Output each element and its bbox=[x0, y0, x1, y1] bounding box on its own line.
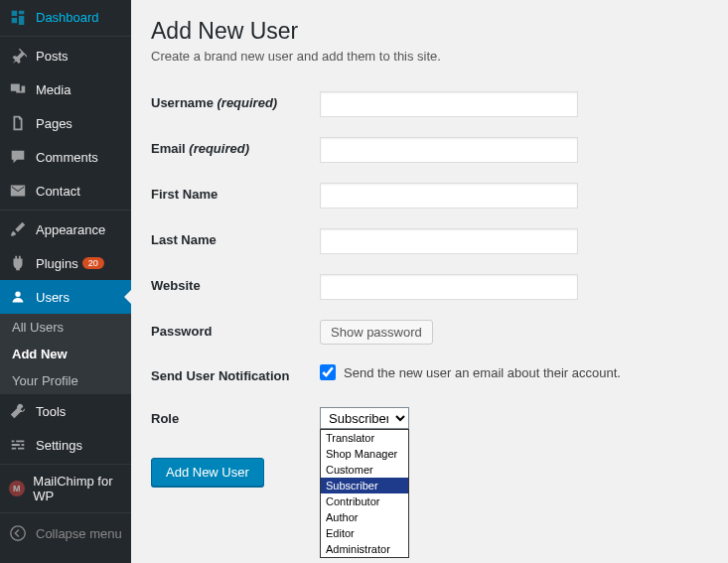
menu-label: Tools bbox=[36, 404, 66, 419]
page-title: Add New User bbox=[151, 18, 708, 45]
sidebar-item-plugins[interactable]: Plugins 20 bbox=[0, 246, 131, 280]
role-option-editor[interactable]: Editor bbox=[321, 525, 408, 541]
comments-icon bbox=[8, 147, 28, 167]
mailchimp-icon: M bbox=[8, 479, 25, 498]
wrench-icon bbox=[8, 401, 28, 421]
email-label: Email (required) bbox=[151, 127, 320, 173]
menu-label: Users bbox=[36, 290, 70, 305]
main-content: Add New User Create a brand new user and… bbox=[131, 0, 728, 563]
sidebar-item-users[interactable]: Users bbox=[0, 280, 131, 314]
email-input[interactable] bbox=[320, 137, 578, 163]
role-dropdown-list: Translator Shop Manager Customer Subscri… bbox=[320, 429, 409, 558]
plugin-icon bbox=[8, 253, 28, 273]
website-label: Website bbox=[151, 264, 320, 310]
sidebar-item-media[interactable]: Media bbox=[0, 72, 131, 106]
sidebar-item-dashboard[interactable]: Dashboard bbox=[0, 0, 131, 34]
role-option-author[interactable]: Author bbox=[321, 509, 408, 525]
submenu-add-new[interactable]: Add New bbox=[0, 341, 131, 367]
sidebar-item-appearance[interactable]: Appearance bbox=[0, 212, 131, 246]
page-subtitle: Create a brand new user and add them to … bbox=[151, 49, 708, 64]
pages-icon bbox=[8, 113, 28, 133]
password-label: Password bbox=[151, 310, 320, 354]
sidebar-item-tools[interactable]: Tools bbox=[0, 394, 131, 428]
collapse-icon bbox=[8, 523, 28, 543]
users-submenu: All Users Add New Your Profile bbox=[0, 314, 131, 394]
submenu-your-profile[interactable]: Your Profile bbox=[0, 367, 131, 394]
menu-label: Posts bbox=[36, 49, 69, 64]
menu-label: Media bbox=[36, 82, 71, 97]
firstname-input[interactable] bbox=[320, 183, 578, 209]
menu-label: Dashboard bbox=[36, 10, 99, 25]
menu-label: Settings bbox=[36, 438, 82, 453]
sidebar-item-mailchimp[interactable]: M MailChimp for WP bbox=[0, 467, 131, 510]
media-icon bbox=[8, 79, 28, 99]
show-password-button[interactable]: Show password bbox=[320, 320, 433, 345]
role-option-customer[interactable]: Customer bbox=[321, 462, 408, 478]
menu-label: MailChimp for WP bbox=[33, 474, 123, 503]
role-option-subscriber[interactable]: Subscriber bbox=[321, 478, 408, 493]
role-label: Role bbox=[151, 397, 320, 440]
lastname-input[interactable] bbox=[320, 228, 578, 254]
sidebar-item-posts[interactable]: Posts bbox=[0, 39, 131, 72]
sidebar-item-comments[interactable]: Comments bbox=[0, 140, 131, 174]
role-option-translator[interactable]: Translator bbox=[321, 430, 408, 446]
sliders-icon bbox=[8, 435, 28, 455]
role-select[interactable]: Subscriber bbox=[320, 407, 409, 429]
username-input[interactable] bbox=[320, 91, 578, 117]
update-badge: 20 bbox=[82, 257, 104, 269]
notification-checkbox[interactable] bbox=[320, 364, 336, 380]
users-icon bbox=[8, 287, 28, 307]
envelope-icon bbox=[8, 181, 28, 201]
pin-icon bbox=[8, 46, 28, 66]
username-label: Username (required) bbox=[151, 81, 320, 127]
brush-icon bbox=[8, 219, 28, 239]
collapse-label: Collapse menu bbox=[36, 526, 122, 541]
role-option-contributor[interactable]: Contributor bbox=[321, 493, 408, 509]
svg-point-0 bbox=[11, 526, 25, 540]
menu-label: Pages bbox=[36, 116, 73, 131]
notification-checkbox-label[interactable]: Send the new user an email about their a… bbox=[320, 364, 708, 380]
menu-label: Appearance bbox=[36, 222, 105, 237]
role-option-shop-manager[interactable]: Shop Manager bbox=[321, 446, 408, 462]
website-input[interactable] bbox=[320, 274, 578, 300]
add-new-user-button[interactable]: Add New User bbox=[151, 458, 264, 487]
role-option-administrator[interactable]: Administrator bbox=[321, 541, 408, 557]
menu-label: Comments bbox=[36, 150, 98, 165]
dashboard-icon bbox=[8, 7, 28, 27]
firstname-label: First Name bbox=[151, 173, 320, 218]
notification-label: Send User Notification bbox=[151, 354, 320, 397]
menu-label: Plugins bbox=[36, 256, 78, 271]
notification-text: Send the new user an email about their a… bbox=[344, 365, 621, 380]
menu-label: Contact bbox=[36, 184, 80, 199]
sidebar-item-contact[interactable]: Contact bbox=[0, 174, 131, 208]
sidebar-item-settings[interactable]: Settings bbox=[0, 428, 131, 462]
collapse-menu[interactable]: Collapse menu bbox=[0, 515, 131, 551]
sidebar-item-pages[interactable]: Pages bbox=[0, 106, 131, 140]
submenu-all-users[interactable]: All Users bbox=[0, 314, 131, 341]
lastname-label: Last Name bbox=[151, 218, 320, 264]
admin-sidebar: Dashboard Posts Media Pages Comments Con… bbox=[0, 0, 131, 563]
